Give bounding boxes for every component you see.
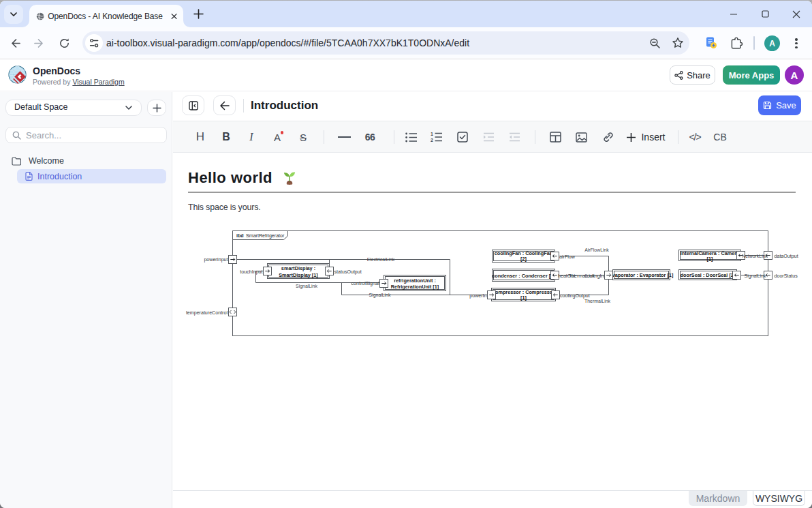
svg-text:smartDisplay :: smartDisplay : (281, 265, 315, 271)
svg-text:2: 2 (431, 138, 433, 143)
svg-text:AirFlowLink: AirFlowLink (584, 248, 609, 252)
svg-text:ElectricalLink: ElectricalLink (367, 257, 395, 262)
svg-text:SignalLink: SignalLink (369, 293, 391, 298)
svg-text:doorStatus: doorStatus (775, 273, 798, 279)
svg-text:ibd: ibd (236, 233, 244, 239)
svg-text:RefrigerationUnit [1]: RefrigerationUnit [1] (391, 284, 439, 290)
svg-text:dataOutput: dataOutput (775, 254, 798, 259)
svg-text:SmartDisplay [1]: SmartDisplay [1] (279, 272, 318, 278)
svg-text:coolingOutput: coolingOutput (560, 293, 590, 299)
svg-text:SmartRefrigerator: SmartRefrigerator (246, 233, 285, 239)
svg-text:ThermalLink: ThermalLink (584, 299, 610, 303)
svg-text:touchInput: touchInput (240, 269, 262, 275)
svg-text:1: 1 (431, 132, 433, 136)
svg-text:powerIn: powerIn (469, 293, 486, 299)
svg-text:doorSeal : DoorSeal [2]: doorSeal : DoorSeal [2] (681, 272, 736, 278)
svg-text:powerInput: powerInput (204, 257, 228, 263)
svg-text:NetworkLink: NetworkLink (742, 254, 768, 258)
svg-text:temperatureControl: temperatureControl (186, 310, 228, 316)
svg-text:refrigerationUnit :: refrigerationUnit : (394, 278, 436, 284)
svg-text:[1]: [1] (520, 295, 527, 301)
svg-text:condenser : Condenser [1]: condenser : Condenser [1] (492, 273, 555, 279)
svg-text:[2]: [2] (520, 256, 527, 262)
svg-text:evaporator : Evaporator [1]: evaporator : Evaporator [1] (610, 272, 674, 278)
svg-text:SignalLink: SignalLink (745, 273, 766, 279)
svg-text:airFlow: airFlow (559, 254, 576, 260)
svg-text:[1]: [1] (707, 256, 713, 262)
svg-text:controlSignal: controlSignal (351, 281, 379, 286)
svg-text:ThermalLink: ThermalLink (569, 273, 595, 278)
svg-text:statusOutput: statusOutput (334, 269, 362, 275)
svg-text:SignalLink: SignalLink (296, 284, 317, 289)
